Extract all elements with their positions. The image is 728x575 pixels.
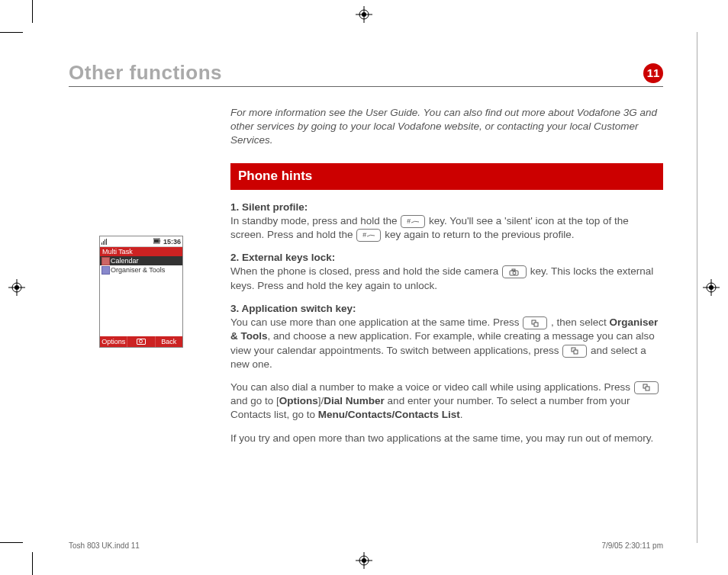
crop-mark	[0, 542, 23, 543]
organiser-icon	[101, 266, 110, 275]
svg-rect-29	[646, 387, 649, 390]
phone-list-label: Calendar	[111, 257, 139, 265]
hint-2: 2. External keys lock: When the phone is…	[230, 251, 663, 293]
hash-key-icon: #	[401, 215, 425, 228]
phone-window-title: Multi Task	[100, 247, 182, 256]
svg-rect-25	[534, 323, 538, 326]
crop-mark	[32, 552, 33, 575]
section-heading: Phone hints	[230, 163, 663, 190]
hint-4: You can also dial a number to make a voi…	[230, 381, 663, 422]
page-title: Other functions	[69, 61, 222, 85]
registration-mark-icon	[703, 279, 720, 296]
svg-rect-17	[159, 240, 160, 242]
phone-list-item: Organiser & Tools	[100, 265, 182, 275]
softkey-options: Options	[100, 336, 127, 347]
svg-rect-22	[512, 269, 515, 271]
phone-list-label: Organiser & Tools	[111, 266, 165, 274]
registration-mark-icon	[356, 6, 372, 23]
switch-key-icon	[523, 316, 547, 329]
hint-5: If you try and open more than two applic…	[230, 432, 663, 445]
footer-timestamp: 7/9/05 2:30:11 pm	[601, 541, 663, 550]
softkey-back: Back	[156, 336, 182, 347]
intro-text: For more information see the User Guide.…	[230, 106, 663, 148]
battery-icon	[153, 238, 161, 244]
softkey-camera-icon	[127, 336, 155, 347]
phone-screenshot: 15:36 Multi Task Calendar Organiser & To…	[99, 236, 183, 348]
svg-rect-27	[574, 350, 578, 354]
page-crop-rule	[697, 32, 697, 543]
footer-filename: Tosh 803 UK.indd 11	[69, 541, 140, 550]
svg-text:#: #	[407, 217, 411, 225]
page-number-badge: 11	[643, 63, 663, 83]
hash-key-icon: #	[356, 229, 381, 242]
svg-rect-18	[154, 239, 159, 243]
calendar-icon	[101, 257, 110, 265]
crop-mark	[32, 0, 33, 23]
hint-1: 1. Silent profile: In standby mode, pres…	[230, 201, 663, 243]
svg-point-23	[513, 271, 516, 275]
registration-mark-icon	[356, 552, 372, 569]
hint-3: 3. Application switch key: You can use m…	[230, 302, 663, 371]
crop-mark	[0, 32, 23, 33]
switch-key-icon	[634, 381, 659, 394]
registration-mark-icon	[8, 279, 25, 296]
signal-icon	[101, 239, 107, 245]
camera-key-icon	[502, 265, 527, 278]
phone-clock: 15:36	[163, 238, 181, 246]
switch-key-icon	[562, 345, 587, 358]
phone-list-item: Calendar	[100, 256, 182, 265]
svg-text:#: #	[362, 231, 367, 239]
